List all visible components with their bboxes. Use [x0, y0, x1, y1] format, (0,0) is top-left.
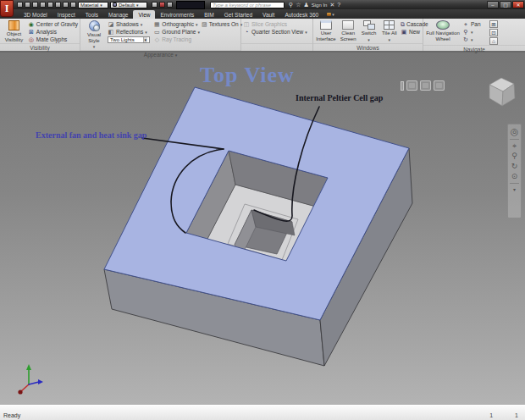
tab-environments[interactable]: Environments: [155, 10, 199, 19]
cascade-button[interactable]: ⧉ Cascade: [401, 20, 421, 28]
clean-screen-button[interactable]: Clean Screen: [339, 19, 357, 43]
home-view-button[interactable]: ⌂: [489, 37, 498, 45]
magnifier-icon[interactable]: ⚲: [511, 152, 517, 160]
material-value: Material: [80, 3, 98, 8]
close-button[interactable]: ✕: [512, 1, 524, 8]
slice-graphics-button[interactable]: ◫ Slice Graphics: [243, 20, 311, 28]
analysis-label: Analysis: [36, 29, 57, 35]
object-visibility-label: Object Visibility: [2, 31, 26, 42]
quarter-section-view-button[interactable]: ◔ Quarter Section View ▾: [243, 28, 311, 36]
navigation-bar: ◎ ⌖ ⚲ ↻ ⊙ ▾: [507, 124, 522, 218]
print-icon[interactable]: [55, 2, 61, 8]
panel-label-windows: Windows: [313, 43, 423, 51]
appearance-dropdown[interactable]: Default ▾: [110, 2, 147, 8]
orbit-icon[interactable]: ↻: [511, 163, 518, 170]
pan-icon[interactable]: ⌖: [512, 142, 517, 150]
tab-3d-model[interactable]: 3D Model: [19, 10, 52, 19]
undo-icon[interactable]: [40, 2, 46, 8]
mate-glyphs-icon: ◎: [28, 36, 35, 43]
new-file-icon[interactable]: [17, 2, 23, 8]
update-icon[interactable]: [63, 2, 69, 8]
object-visibility-button[interactable]: Object Visibility: [2, 19, 26, 43]
file-count: 1: [515, 412, 518, 418]
chevron-down-icon: ▾: [175, 52, 178, 58]
chevron-down-icon: ▾: [136, 3, 139, 8]
viewcube[interactable]: [489, 78, 515, 106]
exchange-icon[interactable]: ✕: [329, 2, 334, 8]
measure-icon[interactable]: [167, 2, 173, 8]
navbar-divider: [510, 183, 519, 184]
switch-button[interactable]: Switch ▾: [359, 19, 378, 43]
center-of-gravity-icon: ◉: [28, 21, 35, 28]
full-navigation-wheel-button[interactable]: Full Navigation Wheel: [425, 19, 461, 45]
chevron-down-icon[interactable]: ▾: [513, 186, 516, 194]
quarter-section-label: Quarter Section View: [251, 29, 303, 35]
ground-plane-icon: ▭: [153, 29, 160, 36]
cascade-icon: ⧉: [401, 21, 405, 28]
new-window-button[interactable]: ▣ New: [401, 28, 421, 36]
3d-model[interactable]: [104, 87, 412, 366]
pan-button[interactable]: ⌖ Pan: [462, 20, 488, 28]
panel-label-appearance[interactable]: Appearance ▾: [80, 50, 240, 58]
zoom-all-button[interactable]: ⊡: [489, 29, 498, 36]
reflections-button[interactable]: ◧ Reflections ▾: [108, 28, 152, 36]
open-file-icon[interactable]: [25, 2, 30, 8]
save-icon[interactable]: [32, 2, 38, 8]
tab-bim[interactable]: BIM: [199, 10, 219, 19]
mate-glyphs-button[interactable]: ◎ Mate Glyphs: [28, 36, 78, 43]
user-interface-icon: [320, 20, 332, 30]
lights-dropdown[interactable]: Two Lights ▾: [108, 36, 150, 43]
panel-label-visibility: Visibility: [0, 43, 80, 51]
ray-tracing-icon: ◇: [153, 36, 160, 43]
orbit-button[interactable]: ↻ ▾: [462, 36, 488, 43]
tab-get-started[interactable]: Get Started: [219, 10, 257, 19]
search-input[interactable]: [210, 2, 285, 8]
textures-button[interactable]: ▨ Textures On ▾: [202, 20, 239, 28]
lights-value: Two Lights: [110, 37, 135, 42]
help-icon[interactable]: ?: [337, 2, 340, 8]
full-navigation-wheel-label: Full Navigation Wheel: [425, 30, 461, 41]
color-icon[interactable]: [159, 2, 165, 8]
minimize-button[interactable]: –: [487, 1, 499, 8]
tab-inspect[interactable]: Inspect: [52, 10, 80, 19]
shadows-button[interactable]: ◪ Shadows ▾: [108, 20, 152, 28]
maximize-button[interactable]: ▢: [500, 1, 511, 8]
star-icon[interactable]: ☆: [296, 2, 301, 8]
model-viewport[interactable]: Top View Internal Peltier Cell gap Exter…: [0, 52, 525, 405]
visual-style-button[interactable]: Visual Style ▾: [82, 19, 106, 50]
tab-vault[interactable]: Vault: [257, 10, 279, 19]
tab-autodesk-360[interactable]: Autodesk 360: [279, 10, 323, 19]
titlebar-tool-icons: [152, 2, 173, 8]
select-icon[interactable]: [70, 2, 76, 8]
user-interface-label: User Interface: [315, 30, 337, 41]
user-interface-button[interactable]: User Interface: [315, 19, 337, 43]
inventor-app-button[interactable]: I: [0, 0, 14, 17]
ribbon-overflow[interactable]: ▾: [327, 10, 334, 19]
orthographic-button[interactable]: ▦ Orthographic ▾: [153, 20, 200, 28]
navigation-wheel-icon[interactable]: ◎: [511, 127, 519, 136]
look-at-icon[interactable]: ⊙: [511, 173, 518, 180]
sign-in-button[interactable]: Sign In: [312, 3, 328, 8]
analysis-button[interactable]: ⊠ Analysis: [28, 28, 78, 36]
mate-glyphs-label: Mate Glyphs: [36, 36, 68, 42]
quarter-section-icon: ◔: [243, 29, 250, 36]
tab-manage[interactable]: Manage: [103, 10, 134, 19]
zoom-button[interactable]: ⚲ ▾: [462, 28, 488, 36]
adjust-icon[interactable]: [152, 2, 158, 8]
redo-icon[interactable]: [47, 2, 53, 8]
center-of-gravity-button[interactable]: ◉ Center of Gravity: [28, 20, 78, 28]
ground-plane-button[interactable]: ▭ Ground Plane ▾: [153, 28, 200, 36]
status-text: Ready: [3, 412, 20, 418]
chevron-down-icon: ▾: [471, 30, 473, 35]
zoom-window-button[interactable]: ⊞: [489, 20, 498, 28]
ribbon-options-icon: [327, 13, 331, 16]
panel-label-navigate: Navigate: [423, 45, 525, 52]
tile-all-button[interactable]: Tile All ▾: [380, 19, 399, 43]
tab-view[interactable]: View: [133, 10, 155, 19]
tab-tools[interactable]: Tools: [80, 10, 103, 19]
pan-label: Pan: [471, 21, 481, 27]
material-dropdown[interactable]: Material ▾: [78, 2, 108, 8]
ray-tracing-button[interactable]: ◇ Ray Tracing: [153, 36, 200, 43]
search-icon[interactable]: ⚲: [289, 2, 293, 8]
person-icon[interactable]: ♟: [303, 2, 308, 8]
